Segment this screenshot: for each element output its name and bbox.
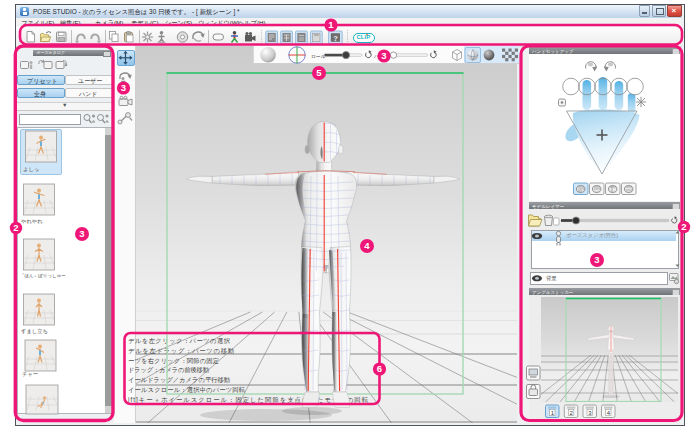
svg-text:3: 3 [79,228,84,239]
svg-text:1: 1 [328,19,334,30]
svg-text:6: 6 [377,363,382,374]
svg-text:2: 2 [681,221,686,232]
svg-text:4: 4 [364,240,370,251]
svg-text:3: 3 [121,82,126,93]
svg-text:5: 5 [316,67,322,78]
svg-text:3: 3 [381,50,386,61]
svg-text:3: 3 [594,254,599,265]
svg-text:2: 2 [13,222,18,233]
